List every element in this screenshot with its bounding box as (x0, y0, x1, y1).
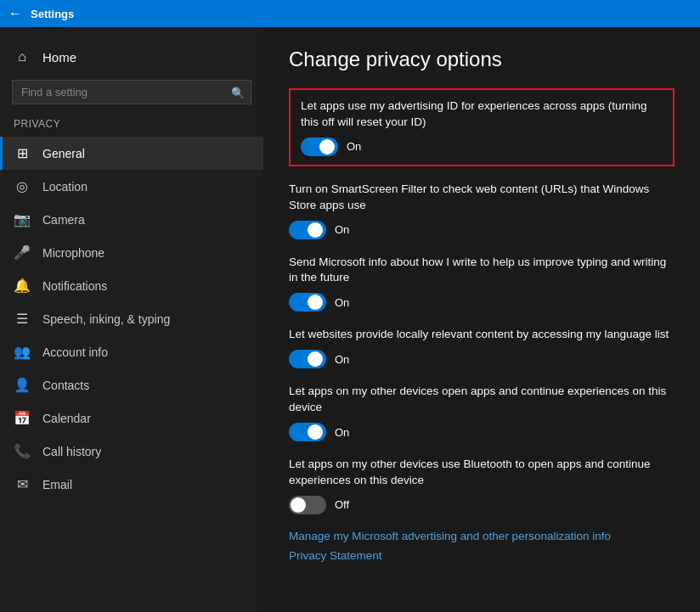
nav-item-email[interactable]: ✉ Email (0, 468, 263, 501)
toggle-smartscreen[interactable] (289, 221, 326, 239)
notifications-icon: 🔔 (14, 278, 31, 294)
search-input[interactable] (12, 80, 251, 104)
toggle-label-other-devices-apps: On (335, 426, 349, 439)
setting-bluetooth: Let apps on my other devices use Bluetoo… (289, 457, 675, 514)
app-title: Settings (31, 8, 74, 20)
search-icon: 🔍 (231, 86, 245, 98)
toggle-advertising-id[interactable] (301, 138, 338, 156)
toggle-typing-info[interactable] (289, 293, 326, 312)
setting-language-list: Let websites provide locally relevant co… (289, 327, 675, 368)
nav-item-speech[interactable]: ☰ Speech, inking, & typing (0, 302, 263, 335)
setting-typing-info-text: Send Microsoft info about how I write to… (289, 255, 675, 287)
toggle-row-advertising-id: On (301, 138, 663, 156)
nav-item-call-history[interactable]: 📞 Call history (0, 435, 263, 468)
sidebar-item-home[interactable]: ⌂ Home (0, 41, 263, 73)
email-icon: ✉ (14, 476, 31, 492)
speech-icon: ☰ (14, 311, 31, 327)
nav-label-speech: Speech, inking, & typing (42, 312, 170, 326)
setting-advertising-id: Let apps use my advertising ID for exper… (289, 88, 675, 166)
toggle-row-typing-info: On (289, 293, 675, 312)
back-button[interactable]: ← (8, 6, 22, 21)
location-icon: ◎ (14, 178, 31, 194)
setting-other-devices-apps: Let apps on my other devices open apps a… (289, 384, 675, 441)
nav-label-camera: Camera (42, 213, 85, 227)
nav-label-location: Location (42, 180, 88, 194)
nav-item-calendar[interactable]: 📅 Calendar (0, 401, 263, 435)
setting-other-devices-apps-text: Let apps on my other devices open apps a… (289, 384, 675, 416)
nav-label-general: General (42, 147, 85, 160)
toggle-label-typing-info: On (335, 296, 349, 309)
setting-typing-info: Send Microsoft info about how I write to… (289, 255, 675, 312)
title-bar: ← Settings (0, 0, 700, 27)
setting-language-list-text: Let websites provide locally relevant co… (289, 327, 675, 343)
nav-label-account-info: Account info (42, 345, 108, 359)
content-area: Change privacy options Let apps use my a… (263, 27, 700, 612)
toggle-label-smartscreen: On (335, 223, 349, 236)
call-history-icon: 📞 (14, 443, 31, 459)
nav-label-microphone: Microphone (42, 246, 104, 260)
calendar-icon: 📅 (14, 410, 31, 426)
home-label: Home (42, 50, 76, 65)
nav-item-microphone[interactable]: 🎤 Microphone (0, 236, 263, 269)
toggle-row-language-list: On (289, 350, 675, 368)
toggle-row-bluetooth: Off (289, 496, 675, 514)
nav-item-contacts[interactable]: 👤 Contacts (0, 368, 263, 401)
toggle-label-bluetooth: Off (335, 498, 349, 511)
search-box: 🔍 (12, 80, 251, 104)
account-info-icon: 👥 (14, 344, 31, 360)
microphone-icon: 🎤 (14, 244, 31, 261)
toggle-bluetooth[interactable] (289, 496, 326, 514)
nav-label-call-history: Call history (42, 445, 101, 458)
toggle-row-smartscreen: On (289, 221, 675, 239)
nav-label-calendar: Calendar (42, 412, 91, 425)
nav-item-location[interactable]: ◎ Location (0, 170, 263, 203)
toggle-language-list[interactable] (289, 350, 326, 368)
privacy-statement-link[interactable]: Privacy Statement (289, 549, 675, 562)
general-icon: ⊞ (14, 145, 31, 161)
sidebar: ⌂ Home 🔍 Privacy ⊞ General ◎ Location 📷 … (0, 27, 263, 612)
nav-label-notifications: Notifications (42, 279, 107, 293)
nav-item-account-info[interactable]: 👥 Account info (0, 335, 263, 368)
setting-smartscreen: Turn on SmartScreen Filter to check web … (289, 182, 675, 239)
toggle-label-advertising-id: On (347, 140, 361, 153)
nav-item-general[interactable]: ⊞ General (0, 137, 263, 170)
setting-smartscreen-text: Turn on SmartScreen Filter to check web … (289, 182, 675, 214)
nav-item-camera[interactable]: 📷 Camera (0, 203, 263, 236)
setting-advertising-id-text: Let apps use my advertising ID for exper… (301, 98, 663, 131)
toggle-label-language-list: On (335, 353, 349, 366)
toggle-row-other-devices-apps: On (289, 423, 675, 441)
page-title: Change privacy options (289, 48, 675, 71)
contacts-icon: 👤 (14, 377, 31, 393)
nav-label-email: Email (42, 478, 72, 491)
setting-bluetooth-text: Let apps on my other devices use Bluetoo… (289, 457, 675, 489)
main-layout: ⌂ Home 🔍 Privacy ⊞ General ◎ Location 📷 … (0, 27, 700, 612)
nav-label-contacts: Contacts (42, 379, 89, 392)
nav-item-notifications[interactable]: 🔔 Notifications (0, 269, 263, 302)
privacy-section-label: Privacy (0, 115, 263, 137)
manage-advertising-link[interactable]: Manage my Microsoft advertising and othe… (289, 530, 675, 542)
back-icon: ← (8, 6, 22, 21)
home-icon: ⌂ (14, 49, 31, 65)
toggle-other-devices-apps[interactable] (289, 423, 326, 441)
camera-icon: 📷 (14, 211, 31, 227)
